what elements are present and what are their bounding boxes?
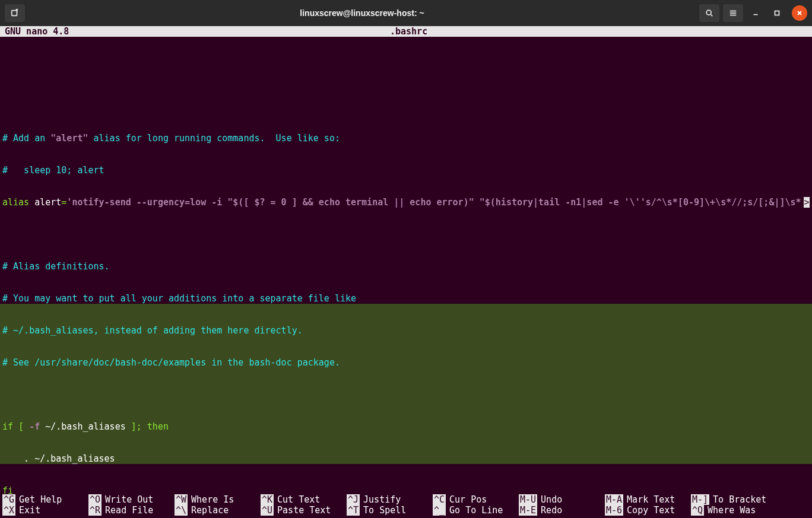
code-line: # Alias definitions. bbox=[2, 261, 810, 272]
code-line: # ~/.bash_aliases, instead of adding the… bbox=[2, 325, 810, 336]
shortcut-label: Redo bbox=[541, 505, 562, 516]
shortcut-label: Exit bbox=[19, 505, 40, 516]
minimize-button[interactable] bbox=[747, 4, 765, 22]
code-line: # sleep 10; alert bbox=[2, 165, 810, 176]
shortcut-label: Go To Line bbox=[449, 505, 503, 516]
maximize-button[interactable] bbox=[768, 4, 786, 22]
window-title: linuxscrew@linuxscrew-host: ~ bbox=[25, 8, 699, 18]
code-line: . ~/.bash_aliases bbox=[2, 453, 810, 464]
code-line: fi bbox=[2, 485, 810, 496]
shortcut-key: ^Q bbox=[691, 505, 704, 516]
shortcut-key: ^X bbox=[2, 505, 15, 516]
shortcut-item: ^_Go To Line bbox=[433, 505, 519, 516]
search-icon bbox=[705, 9, 713, 17]
minimize-icon bbox=[751, 9, 760, 17]
code-line: # You may want to put all your additions… bbox=[2, 293, 810, 304]
shortcut-label: Read File bbox=[105, 505, 153, 516]
code-line: # See /usr/share/doc/bash-doc/examples i… bbox=[2, 357, 810, 368]
nano-app-name: GNU nano 4.8 bbox=[5, 26, 390, 37]
window-titlebar: linuxscrew@linuxscrew-host: ~ bbox=[0, 0, 812, 26]
shortcut-label: To Spell bbox=[363, 505, 406, 516]
nano-file-name: .bashrc bbox=[390, 26, 427, 37]
code-line: # Add an "alert" alias for long running … bbox=[2, 133, 810, 144]
shortcut-item: ^\Replace bbox=[175, 505, 261, 516]
close-button[interactable] bbox=[792, 5, 807, 21]
nano-editor[interactable]: # Add an "alert" alias for long running … bbox=[0, 37, 812, 518]
shortcut-key: ^R bbox=[88, 505, 102, 516]
shortcut-key: M-6 bbox=[605, 505, 623, 516]
shortcut-item: M-ERedo bbox=[519, 505, 605, 516]
shortcut-key: M-E bbox=[519, 505, 537, 516]
shortcut-item: ^QWhere Was bbox=[691, 505, 777, 516]
code-line: alias alert='notify-send --urgency=low -… bbox=[2, 197, 810, 208]
shortcut-label: Copy Text bbox=[627, 505, 675, 516]
line-overflow-marker: > bbox=[804, 197, 810, 208]
svg-line-4 bbox=[711, 15, 713, 17]
shortcut-item: ^UPaste Text bbox=[261, 505, 347, 516]
shortcut-label: Replace bbox=[191, 505, 229, 516]
shortcut-label: Where Was bbox=[708, 505, 756, 516]
hamburger-icon bbox=[729, 9, 737, 17]
shortcut-key: ^_ bbox=[433, 505, 446, 516]
shortcut-key: ^\ bbox=[175, 505, 188, 516]
svg-point-3 bbox=[706, 10, 711, 15]
search-button[interactable] bbox=[699, 4, 719, 22]
shortcut-key: ^U bbox=[261, 505, 274, 516]
shortcut-item: M-6Copy Text bbox=[605, 505, 691, 516]
code-line: if [ -f ~/.bash_aliases ]; then bbox=[2, 421, 810, 432]
new-tab-button[interactable] bbox=[5, 4, 25, 22]
new-tab-icon bbox=[11, 9, 19, 17]
shortcut-item: ^RRead File bbox=[88, 505, 175, 516]
nano-header-bar: GNU nano 4.8 .bashrc bbox=[0, 26, 812, 37]
svg-rect-0 bbox=[12, 11, 17, 16]
shortcut-item: ^TTo Spell bbox=[347, 505, 433, 516]
svg-rect-9 bbox=[775, 11, 779, 15]
shortcut-label: Paste Text bbox=[277, 505, 331, 516]
shortcut-key: ^T bbox=[347, 505, 360, 516]
hamburger-menu-button[interactable] bbox=[723, 4, 743, 22]
nano-shortcut-bar: ^GGet Help^OWrite Out^WWhere Is^KCut Tex… bbox=[0, 494, 812, 516]
maximize-icon bbox=[773, 9, 781, 17]
shortcut-item: ^XExit bbox=[2, 505, 88, 516]
close-icon bbox=[796, 9, 803, 17]
